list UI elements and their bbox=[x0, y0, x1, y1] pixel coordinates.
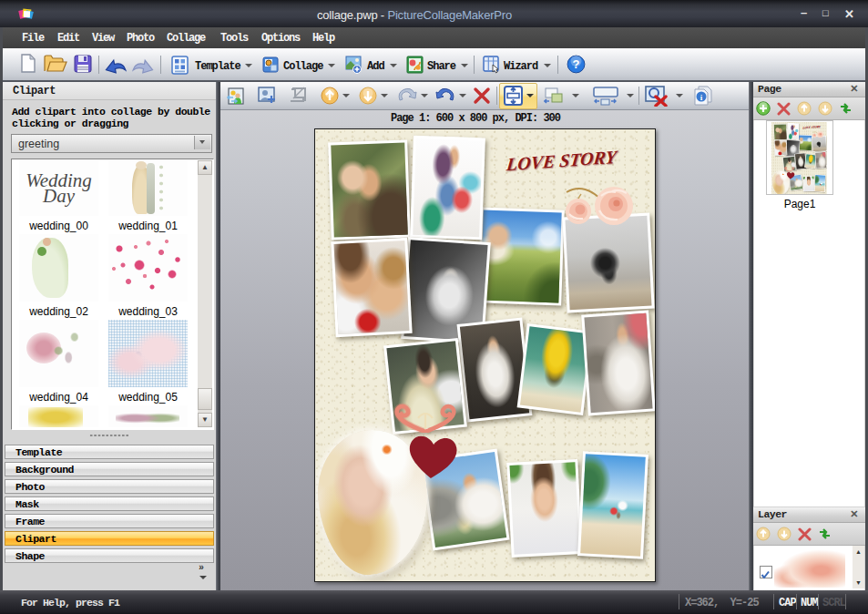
svg-text:?: ? bbox=[573, 57, 580, 71]
